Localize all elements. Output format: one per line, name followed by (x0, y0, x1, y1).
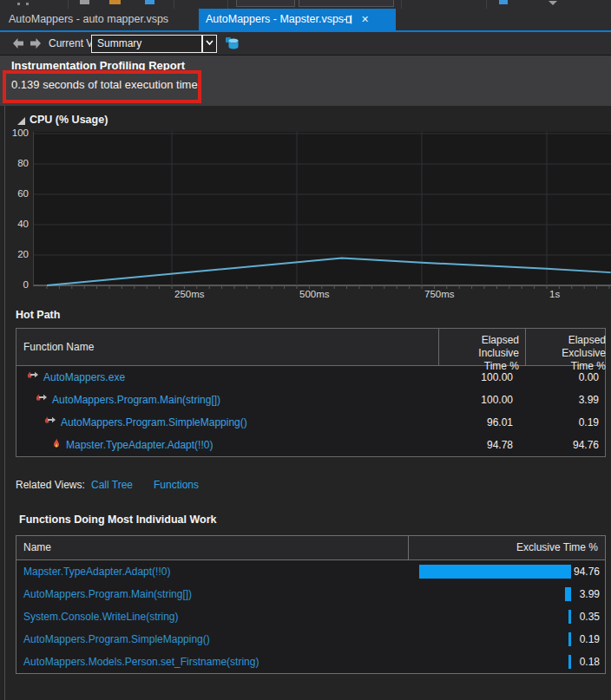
table-row: AutoMappers.Program.SimpleMapping() 96.0… (16, 411, 605, 434)
column-name: Name (16, 536, 408, 559)
collapse-expander-icon[interactable] (17, 117, 25, 125)
function-link[interactable]: AutoMappers.exe (43, 371, 125, 383)
table-row: AutoMappers.Program.SimpleMapping() 0.19 (16, 628, 605, 651)
y-axis-tick-label: 80 (0, 158, 29, 168)
related-view-call-tree-link[interactable]: Call Tree (91, 479, 133, 491)
x-axis-tick-label: 1s (549, 289, 560, 299)
current-view-value: Summary (97, 36, 141, 52)
exclusive-time-bar (419, 565, 571, 579)
inclusive-time-value: 96.01 (426, 416, 519, 429)
related-view-functions-link[interactable]: Functions (154, 479, 199, 491)
function-link[interactable]: AutoMappers.Program.Main(string[]) (52, 394, 220, 406)
column-function-name: Function Name (16, 329, 438, 365)
column-exclusive-time: Exclusive Time % (408, 536, 605, 559)
hot-path-flame-arrow-icon (25, 370, 39, 384)
report-header: Instrumentation Profiling Report 0.139 s… (0, 56, 611, 106)
chart-title: CPU (% Usage) (30, 114, 108, 126)
inclusive-time-value: 94.78 (426, 439, 519, 451)
chart-y-axis-labels: 100806040200 (0, 130, 29, 304)
exclusive-time-bar (568, 610, 571, 624)
y-axis-tick-label: 40 (0, 219, 29, 229)
function-link[interactable]: AutoMappers.Program.Main(string[]) (23, 583, 192, 605)
flame-icon (51, 438, 62, 453)
x-axis-tick-label: 500ms (299, 289, 330, 299)
exclusive-time-value: 94.76 (519, 439, 605, 451)
function-link[interactable]: Mapster.TypeAdapter.Adapt(!!0) (23, 560, 170, 583)
dropdown-chevron-icon[interactable] (202, 35, 217, 53)
report-toolbar: Current View: Summary (0, 32, 611, 55)
functions-header-row: Name Exclusive Time % (16, 536, 605, 560)
table-row: AutoMappers.Program.Main(string[]) 100.0… (16, 389, 605, 411)
function-link[interactable]: System.Console.WriteLine(string) (23, 605, 179, 628)
export-report-button[interactable] (223, 36, 240, 51)
pin-icon[interactable] (343, 14, 354, 28)
back-button[interactable] (10, 36, 25, 50)
tab-label: AutoMappers - Mapster.vsps (206, 9, 344, 30)
clipped-top-toolbar (0, 0, 611, 9)
cpu-usage-chart[interactable]: 250ms500ms750ms1s (33, 130, 611, 304)
document-tab-bar: AutoMappers - auto mapper.vsps AutoMappe… (0, 9, 611, 30)
exclusive-time-bar (568, 655, 571, 669)
x-axis-tick-label: 250ms (174, 289, 205, 299)
exclusive-time-bar (568, 632, 571, 646)
exclusive-time-value: 3.99 (519, 394, 605, 406)
exclusive-time-value: 0.00 (519, 371, 605, 383)
table-row: Mapster.TypeAdapter.Adapt(!!0) 94.78 94.… (16, 434, 605, 456)
table-row: AutoMappers.Program.Main(string[]) 3.99 (16, 583, 605, 605)
forward-button[interactable] (29, 36, 43, 50)
hot-path-header-row: Function Name Elapsed Inclusive Time % E… (16, 329, 605, 366)
x-axis-tick-label: 750ms (424, 289, 455, 299)
exclusive-time-value: 0.35 (580, 605, 600, 628)
functions-table: Name Exclusive Time % Mapster.TypeAdapte… (16, 535, 606, 674)
y-axis-tick-label: 0 (0, 279, 29, 290)
profiler-summary-window: AutoMappers - auto mapper.vsps AutoMappe… (0, 0, 611, 700)
hot-path-table: Function Name Elapsed Inclusive Time % E… (16, 328, 606, 457)
annotation-highlight-box (3, 70, 201, 103)
y-axis-tick-label: 60 (0, 188, 29, 199)
function-link[interactable]: AutoMappers.Models.Person.set_Firstname(… (23, 651, 259, 673)
function-link[interactable]: Mapster.TypeAdapter.Adapt(!!0) (66, 439, 213, 451)
inclusive-time-value: 100.00 (426, 371, 519, 383)
exclusive-time-value: 0.18 (580, 651, 600, 673)
hot-path-title: Hot Path (16, 309, 60, 321)
hot-path-flame-arrow-icon (43, 415, 56, 429)
table-row: AutoMappers.Models.Person.set_Firstname(… (16, 651, 605, 673)
hot-path-flame-arrow-icon (34, 393, 48, 407)
current-view-dropdown[interactable]: Summary (91, 35, 202, 53)
y-axis-tick-label: 100 (0, 128, 29, 138)
exclusive-time-value: 94.76 (574, 560, 600, 583)
exclusive-time-value: 3.99 (580, 583, 600, 605)
y-axis-tick-label: 20 (0, 249, 29, 259)
related-views-label: Related Views: (16, 479, 85, 491)
inclusive-time-value: 100.00 (426, 394, 519, 406)
column-elapsed-exclusive: Elapsed Exclusive Time % (525, 329, 611, 365)
tab-auto-mapper-vsps[interactable]: AutoMappers - auto mapper.vsps (9, 9, 168, 30)
close-tab-icon[interactable]: ✕ (361, 9, 369, 30)
exclusive-time-value: 0.19 (519, 416, 605, 429)
tab-mapster-vsps[interactable]: AutoMappers - Mapster.vsps ✕ (199, 9, 396, 30)
exclusive-time-bar (565, 587, 571, 601)
function-link[interactable]: AutoMappers.Program.SimpleMapping() (23, 628, 210, 651)
table-row: System.Console.WriteLine(string) 0.35 (16, 605, 605, 628)
column-elapsed-inclusive: Elapsed Inclusive Time % (438, 329, 525, 365)
exclusive-time-value: 0.19 (580, 628, 600, 651)
function-link[interactable]: AutoMappers.Program.SimpleMapping() (61, 416, 247, 429)
functions-section-title: Functions Doing Most Individual Work (19, 514, 217, 526)
table-row: Mapster.TypeAdapter.Adapt(!!0) 94.76 (16, 560, 605, 583)
